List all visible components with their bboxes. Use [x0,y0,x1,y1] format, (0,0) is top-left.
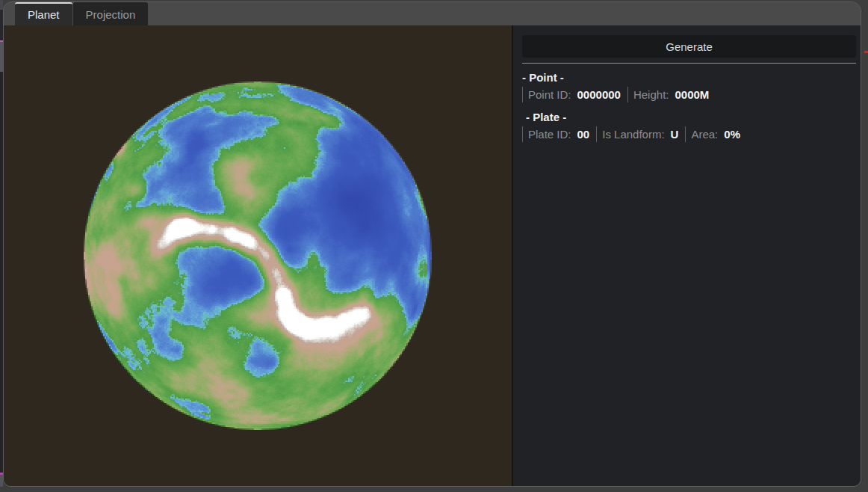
cell-separator [522,126,523,142]
tab-bar: Planet Projection [4,2,861,25]
area-label: Area: [691,128,718,141]
screen-edge-red-marker [864,51,868,53]
side-panel: Generate - Point - Point ID: 0000000 Hei… [513,25,861,486]
planet-generator-window: Planet Projection Generate - Point - Poi… [3,1,861,487]
cell-separator [685,126,686,142]
tab-planet[interactable]: Planet [15,2,72,25]
plate-section-title: - Plate - [522,110,856,124]
plate-info-row: Plate ID: 00 Is Landform: U Area: 0% [522,126,856,143]
window-content: Generate - Point - Point ID: 0000000 Hei… [4,25,861,486]
height-label: Height: [633,88,669,101]
planet-viewport[interactable] [4,25,512,486]
tab-projection[interactable]: Projection [73,2,149,25]
point-id-value: 0000000 [577,88,621,101]
point-info-row: Point ID: 0000000 Height: 0000M [522,86,856,103]
is-landform-label: Is Landform: [602,128,664,141]
plate-id-value: 00 [577,128,590,141]
height-value: 0000M [675,88,709,101]
point-id-label: Point ID: [528,88,571,101]
generate-button[interactable]: Generate [522,35,856,58]
is-landform-value: U [671,128,679,141]
cell-separator [627,87,628,102]
planet-globe-canvas[interactable] [82,80,433,431]
cell-separator [522,87,523,102]
cell-separator [596,126,597,142]
panel-separator-line [522,63,856,64]
point-section-title: - Point - [522,70,856,84]
plate-id-label: Plate ID: [528,128,571,141]
area-value: 0% [724,128,740,141]
